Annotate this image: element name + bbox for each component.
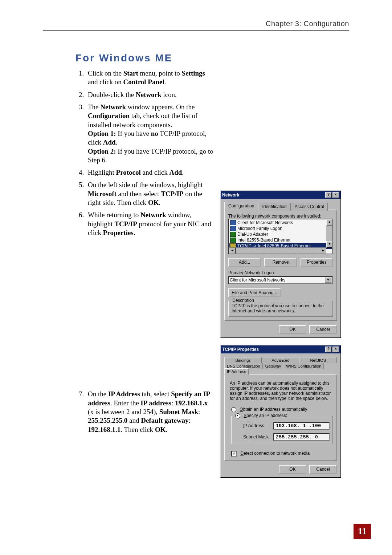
- list-buttons: Add... Remove Properties: [228, 258, 333, 267]
- arrow-left-icon[interactable]: ◄: [229, 248, 236, 254]
- titlebar: TCP/IP Properties ? ×: [221, 345, 340, 353]
- t: TCP/IP: [161, 190, 183, 198]
- header-rule: [43, 30, 349, 31]
- dialog-footer: OK Cancel: [224, 325, 337, 334]
- add-button[interactable]: Add...: [228, 258, 261, 267]
- help-icon[interactable]: ?: [325, 347, 332, 352]
- t: The: [88, 103, 100, 111]
- t: IP Address: [108, 390, 140, 398]
- tab-netbios[interactable]: NetBIOS: [299, 357, 337, 363]
- t: .: [164, 78, 166, 86]
- description-group: Description TCP/IP is the protocol you u…: [228, 301, 333, 317]
- content-columns: For Windows ME Click on the Start menu, …: [43, 52, 349, 555]
- radio-obtain[interactable]: Obtain an IP address automatically: [231, 407, 333, 412]
- cancel-button[interactable]: Cancel: [309, 325, 337, 334]
- t: and: [127, 417, 141, 424]
- arrow-up-icon[interactable]: ▲: [326, 219, 333, 226]
- tab-access-control[interactable]: Access Control: [291, 203, 328, 211]
- ok-button[interactable]: OK: [279, 325, 306, 334]
- radio-specify[interactable]: Specify an IP address:: [234, 413, 289, 418]
- dialog-footer: OK Cancel: [224, 465, 337, 474]
- scrollbar-vertical[interactable]: ▲ ▼: [326, 219, 332, 248]
- file-print-sharing-button[interactable]: File and Print Sharing...: [228, 288, 281, 297]
- t: (x is between 2 and 254),: [88, 408, 159, 416]
- t: menu, point to: [138, 69, 182, 77]
- t: Add: [169, 169, 182, 176]
- t: Start: [123, 69, 138, 77]
- t: Dial-Up Adapter: [237, 232, 268, 237]
- t: Network: [100, 103, 126, 111]
- subnet-mask-input[interactable]: 255.255.255. 0: [273, 433, 330, 441]
- tab-identification[interactable]: Identification: [258, 203, 290, 211]
- t: Subnet Mask: [159, 408, 198, 416]
- t: Option 2:: [88, 147, 116, 155]
- client-icon: [230, 226, 236, 231]
- arrow-down-icon[interactable]: ▼: [326, 241, 333, 248]
- list-item[interactable]: Intel 82595-Based Ethernet: [229, 237, 332, 243]
- t: Protocol: [116, 169, 141, 176]
- section-title: For Windows ME: [75, 52, 213, 64]
- tcpip-properties-dialog: TCP/IP Properties ? × Bindings Advanced …: [220, 345, 341, 478]
- adapter-icon: [230, 238, 236, 243]
- titlebar: Network ? ×: [221, 191, 340, 199]
- steps-list: Click on the Start menu, point to Settin…: [75, 69, 213, 555]
- window-title: Network: [222, 193, 239, 198]
- properties-button[interactable]: Properties: [301, 258, 333, 267]
- step-6: While returning to Network window, highl…: [86, 211, 213, 237]
- list-item[interactable]: Microsoft Family Logon: [229, 226, 332, 231]
- remove-button[interactable]: Remove: [264, 258, 297, 267]
- t: While returning to: [88, 211, 140, 219]
- radio-icon: [231, 407, 236, 412]
- description-text: TCP/IP is the protocol you use to connec…: [232, 303, 330, 313]
- t: etect connection to network media: [244, 451, 310, 456]
- t: .: [166, 426, 167, 433]
- description-label: Description: [231, 298, 256, 303]
- client-icon: [230, 220, 236, 225]
- t: Settings: [182, 69, 205, 77]
- list-item[interactable]: Dial-Up Adapter: [229, 231, 332, 237]
- client-area: Configuration Identification Access Cont…: [221, 199, 340, 337]
- tab-panel: The following network components are ins…: [224, 210, 337, 321]
- t: :: [171, 399, 175, 407]
- tab-wins-configuration[interactable]: WINS Configuration: [283, 363, 324, 369]
- tab-ip-address[interactable]: IP Address: [224, 368, 249, 375]
- help-icon[interactable]: ?: [325, 192, 332, 198]
- scrollbar-horizontal[interactable]: ◄ ►: [229, 247, 326, 254]
- ip-address-input[interactable]: 192.168. 1 .100: [273, 422, 330, 430]
- t: .: [134, 229, 135, 236]
- t: IP address: [140, 399, 171, 407]
- t: Microsoft Family Logon: [237, 226, 282, 231]
- detect-connection-checkbox[interactable]: ✓ Detect connection to network media: [231, 451, 333, 457]
- subnet-mask-label: Subnet Mask:: [243, 434, 270, 439]
- primary-logon-label: Primary Network Logon:: [228, 270, 333, 275]
- t: u: [246, 434, 249, 439]
- t: Double-click the: [88, 91, 136, 98]
- list-item[interactable]: Client for Microsoft Networks: [229, 220, 332, 226]
- ok-button[interactable]: OK: [279, 465, 306, 474]
- close-icon[interactable]: ×: [332, 192, 339, 198]
- tab-advanced[interactable]: Advanced: [262, 357, 299, 363]
- t: On the: [88, 390, 108, 398]
- cancel-button[interactable]: Cancel: [309, 465, 337, 474]
- combo-value: Client for Microsoft Networks: [230, 278, 285, 283]
- step-4: Highlight Protocol and click Add.: [86, 168, 213, 177]
- specify-group: Specify an IP address: IP Address: 192.1…: [231, 416, 333, 444]
- t: OK: [155, 426, 166, 433]
- primary-logon-combo[interactable]: Client for Microsoft Networks ▼: [228, 276, 333, 284]
- checkbox-icon: ✓: [231, 451, 237, 457]
- arrow-right-icon[interactable]: ►: [320, 248, 326, 254]
- chevron-down-icon[interactable]: ▼: [325, 277, 331, 283]
- t: Client for Microsoft Networks: [237, 220, 293, 225]
- tab-gateway[interactable]: Gateway: [263, 363, 283, 369]
- ip-address-help-text: An IP address can be automatically assig…: [228, 378, 333, 405]
- t: btain an IP address automatically: [243, 407, 307, 412]
- text-column: For Windows ME Click on the Start menu, …: [75, 52, 213, 555]
- t: :: [189, 417, 191, 424]
- tab-configuration[interactable]: Configuration: [224, 202, 258, 210]
- close-icon[interactable]: ×: [332, 347, 339, 352]
- t: O: [240, 407, 243, 412]
- tabstrip: Configuration Identification Access Cont…: [224, 202, 337, 210]
- components-listbox[interactable]: Client for Microsoft Networks Microsoft …: [228, 219, 333, 254]
- t: Network: [136, 91, 162, 98]
- tab-bindings[interactable]: Bindings: [224, 357, 262, 363]
